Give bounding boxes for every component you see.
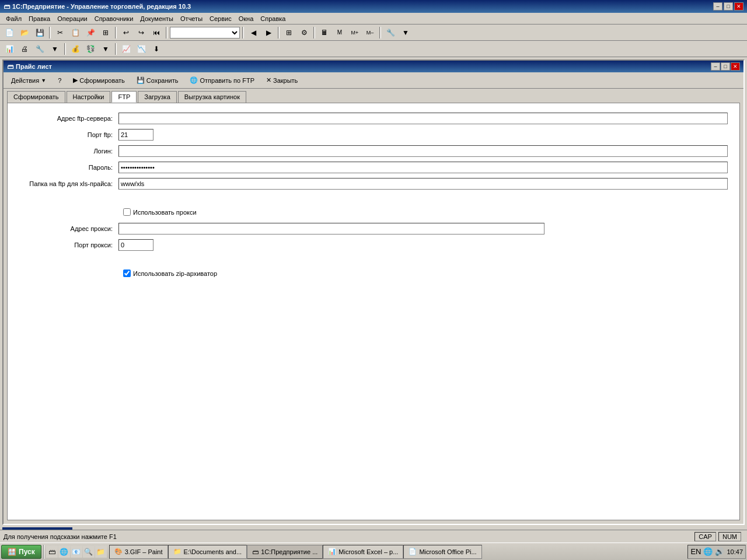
inner-title-text: Прайс лист	[16, 63, 52, 70]
tab-content-ftp: Адрес ftp-сервера: Порт ftp: Логин: Паро…	[7, 103, 740, 520]
toolbar-nav[interactable]: ⏮	[149, 26, 163, 39]
toolbar-sep-6	[313, 27, 315, 38]
status-caps: CAP	[694, 532, 716, 541]
minimize-button[interactable]: –	[713, 2, 722, 10]
toolbar-paste[interactable]: 📌	[83, 26, 97, 39]
ftp-server-input[interactable]	[118, 113, 728, 124]
proxy-port-input[interactable]	[118, 239, 153, 251]
toolbar-new[interactable]: 📄	[2, 26, 16, 39]
toolbar-t6[interactable]: 💱	[83, 43, 97, 55]
quicklaunch-1[interactable]: 🗃	[46, 546, 58, 558]
use-proxy-label[interactable]: Использовать прокси	[133, 209, 197, 216]
menu-reports[interactable]: Отчеты	[177, 15, 206, 23]
proxy-port-row: Порт прокси:	[19, 239, 728, 251]
toolbar-mplus[interactable]: M+	[348, 26, 362, 39]
toolbar-t1[interactable]: 📊	[2, 43, 16, 55]
ftp-send-button[interactable]: 🌐 Отправить по FTP	[186, 75, 259, 86]
toolbar-mminus[interactable]: M–	[363, 26, 377, 39]
proxy-address-input[interactable]	[118, 223, 544, 235]
inner-window: 🗃 Прайс лист – □ ✕ Действия ▼ ?	[2, 60, 745, 525]
toolbar-t9[interactable]: ⬇	[149, 43, 163, 55]
use-zip-checkbox[interactable]	[123, 270, 131, 277]
quicklaunch-5[interactable]: 📁	[95, 546, 107, 558]
toolbar-combo[interactable]	[170, 27, 240, 38]
tray-lang[interactable]: EN	[690, 547, 701, 556]
ftp-icon: 🌐	[190, 76, 198, 84]
menu-edit[interactable]: Правка	[25, 15, 54, 23]
use-proxy-checkbox[interactable]	[123, 208, 131, 216]
toolbar-m[interactable]: M	[333, 26, 347, 39]
toolbar-save[interactable]: 💾	[33, 26, 47, 39]
inner-restore-btn[interactable]: □	[721, 62, 730, 71]
main-area: 🗃 Прайс лист – □ ✕ Действия ▼ ?	[0, 57, 747, 542]
toolbar-redo[interactable]: ↪	[134, 26, 148, 39]
tab-nastrojki[interactable]: Настройки	[67, 91, 111, 103]
tray-network[interactable]: 🌐	[703, 547, 713, 556]
menu-windows[interactable]: Окна	[235, 15, 257, 23]
toolbar-t5[interactable]: 💰	[68, 43, 82, 55]
toolbar-prev[interactable]: ◀	[246, 26, 260, 39]
toolbar-sep-7	[379, 27, 381, 38]
save-button[interactable]: 💾 Сохранить	[132, 75, 183, 86]
menu-file[interactable]: Файл	[2, 15, 25, 23]
toolbar-config[interactable]: ⚙	[297, 26, 311, 39]
toolbar-next[interactable]: ▶	[261, 26, 275, 39]
menu-operations[interactable]: Операции	[54, 15, 90, 23]
menu-help[interactable]: Справка	[257, 15, 289, 23]
inner-title-left: 🗃 Прайс лист	[7, 63, 52, 70]
tab-sformirovat[interactable]: Сформировать	[7, 91, 65, 103]
inner-close-btn[interactable]: ✕	[731, 62, 740, 71]
toolbar-settings2[interactable]: 🔧	[383, 26, 397, 39]
maximize-button[interactable]: □	[724, 2, 733, 10]
quicklaunch-3[interactable]: 📧	[71, 546, 82, 558]
toolbar-t3[interactable]: 🔧	[33, 43, 47, 55]
tab-vygruzka[interactable]: Выгрузка картинок	[178, 91, 246, 103]
spacer-2	[19, 256, 728, 265]
proxy-address-label: Адрес прокси:	[19, 225, 118, 232]
quick-launch: 🗃 🌐 📧 🔍 📁	[46, 546, 107, 558]
login-input[interactable]	[118, 145, 728, 157]
taskbar-1c[interactable]: 🗃 1С:Предприятие ...	[247, 545, 323, 559]
quicklaunch-2[interactable]: 🌐	[58, 546, 70, 558]
toolbar-paste2[interactable]: ⊞	[99, 26, 113, 39]
inner-minimize-btn[interactable]: –	[711, 62, 720, 71]
use-zip-label[interactable]: Использовать zip-архиватор	[133, 270, 217, 277]
toolbar-t8[interactable]: 📉	[134, 43, 148, 55]
toolbar-copy[interactable]: 📋	[68, 26, 82, 39]
menu-directories[interactable]: Справочники	[91, 15, 137, 23]
toolbar-undo[interactable]: ↩	[119, 26, 133, 39]
actions-button[interactable]: Действия ▼	[7, 75, 50, 86]
menu-service[interactable]: Сервис	[206, 15, 235, 23]
toolbar-t7[interactable]: 📈	[119, 43, 133, 55]
toolbar-calc[interactable]: 🖩	[317, 26, 331, 39]
form-button[interactable]: ▶ Сформировать	[69, 75, 129, 86]
menu-documents[interactable]: Документы	[137, 15, 177, 23]
taskbar-excel[interactable]: 📊 Microsoft Excel – p...	[323, 545, 403, 559]
tab-ftp[interactable]: FTP	[111, 91, 137, 103]
inner-title-bar: 🗃 Прайс лист – □ ✕	[4, 61, 743, 72]
close-button[interactable]: ✕	[734, 2, 743, 10]
login-row: Логин:	[19, 145, 728, 157]
folder-input[interactable]	[118, 178, 728, 190]
paint-icon: 🎨	[114, 548, 123, 555]
toolbar-grid[interactable]: ⊞	[282, 26, 296, 39]
toolbar-open[interactable]: 📂	[18, 26, 32, 39]
taskbar-docs[interactable]: 📁 E:\Documents and...	[168, 545, 247, 559]
taskbar-paint[interactable]: 🎨 3.GIF – Paint	[109, 545, 168, 559]
close-inner-button[interactable]: ✕ Закрыть	[262, 75, 302, 86]
ftp-port-input[interactable]	[118, 129, 153, 141]
tab-zagruzka[interactable]: Загрузка	[138, 91, 176, 103]
toolbar-t2[interactable]: 🖨	[18, 43, 32, 55]
ftp-port-label: Порт ftp:	[19, 131, 118, 138]
toolbar-t6-drop[interactable]: ▼	[99, 43, 113, 55]
toolbar-t4-drop[interactable]: ▼	[48, 43, 62, 55]
tray-volume[interactable]: 🔊	[715, 547, 724, 556]
help-button[interactable]: ?	[54, 75, 65, 86]
toolbar-cut[interactable]: ✂	[53, 26, 67, 39]
start-button[interactable]: 🪟 Пуск	[1, 545, 41, 559]
password-input[interactable]	[118, 162, 728, 173]
taskbar-office[interactable]: 📄 Microsoft Office Pi...	[403, 545, 481, 559]
quicklaunch-4[interactable]: 🔍	[83, 546, 95, 558]
toolbar-dropdown[interactable]: ▼	[399, 26, 413, 39]
tray-time: 10:47	[727, 548, 743, 555]
